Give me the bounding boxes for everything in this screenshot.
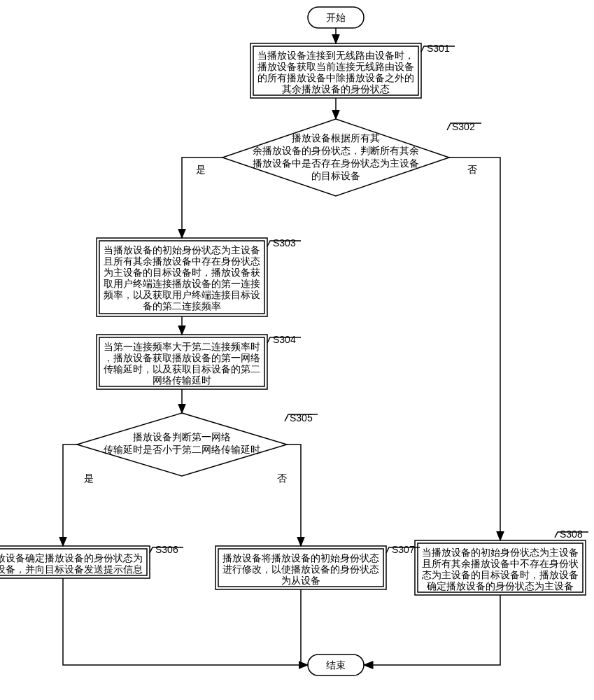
s303-line4: 取用户终端连接播放设备的第一连接 xyxy=(104,278,260,289)
terminal-start-label: 开始 xyxy=(326,12,346,23)
s303-line2: 且所有其余播放设备中存在身份状态 xyxy=(104,255,260,267)
process-s308: 当播放设备的初始身份状态为主设备 且所有其余播放设备中不存在身份状 态为主设备的… xyxy=(415,528,588,595)
s306-line2: 主设备，并向目标设备发送提示信息 xyxy=(0,564,143,575)
s301-step-label: S301 xyxy=(427,43,450,54)
s306-line1: 播放设备确定播放设备的身份状态为 xyxy=(0,552,143,564)
s304-line2: ，播放设备获取播放设备的第一网络 xyxy=(104,352,260,363)
s303-line1: 当播放设备的初始身份状态为主设备 xyxy=(104,244,260,255)
s307-line3: 为从设备 xyxy=(281,575,320,586)
edge-s308-end xyxy=(364,595,500,665)
s301-line2: 播放设备获取当前连接无线路由设备 xyxy=(257,61,414,72)
edge-s302-yes-label: 是 xyxy=(196,164,206,175)
edge-s305-no-label: 否 xyxy=(277,472,287,484)
flowchart-canvas: 开始 当播放设备连接到无线路由设备时， 播放设备获取当前连接无线路由设备 的所有… xyxy=(0,0,594,700)
s308-line3: 态为主设备的目标设备时，播放设备 xyxy=(421,569,579,580)
s304-line3: 传输延时，以及获取目标设备的第二 xyxy=(104,363,260,374)
edge-s305-no xyxy=(287,444,301,546)
s304-step-label: S304 xyxy=(273,334,296,345)
s308-line1: 当播放设备的初始身份状态为主设备 xyxy=(422,547,579,558)
process-s301: 当播放设备连接到无线路由设备时， 播放设备获取当前连接无线路由设备 的所有播放设… xyxy=(250,43,455,98)
s303-line3: 为主设备的目标设备时，播放设备获 xyxy=(104,267,260,278)
s307-line2: 进行修改，以使播放设备的身份状态 xyxy=(222,564,379,575)
s302-line1: 播放设备根据所有其 xyxy=(292,132,380,144)
s308-step-label: S308 xyxy=(560,528,583,540)
edge-s302-no xyxy=(449,158,500,540)
process-s307: 播放设备将播放设备的初始身份状态 进行修改，以使播放设备的身份状态 为从设备 S… xyxy=(215,544,420,589)
s301-line1: 当播放设备连接到无线路由设备时， xyxy=(257,50,414,61)
terminal-end: 结束 xyxy=(308,654,364,676)
s308-line2: 且所有其余播放设备中不存在身份状 xyxy=(422,558,579,569)
s307-line1: 播放设备将播放设备的初始身份状态 xyxy=(222,552,379,564)
edge-s306-end xyxy=(63,578,308,665)
process-s306: 播放设备确定播放设备的身份状态为 主设备，并向目标设备发送提示信息 S306 xyxy=(0,544,183,578)
s305-line1: 播放设备判断第一网络 xyxy=(133,431,231,442)
process-s304: 当第一连接频率大于第二连接频率时 ，播放设备获取播放设备的第一网络 传输延时，以… xyxy=(97,334,301,389)
edge-s302-no-label: 否 xyxy=(467,164,477,175)
s305-line2: 传输延时是否小于第二网络传输延时 xyxy=(104,444,260,455)
s302-line2: 余播放设备的身份状态，判断所有其余 xyxy=(253,145,419,156)
s303-step-label: S303 xyxy=(273,237,296,248)
terminal-end-label: 结束 xyxy=(326,659,346,671)
edge-s305-yes xyxy=(63,444,77,546)
s304-line1: 当第一连接频率大于第二连接频率时 xyxy=(104,341,260,352)
decision-s302: 播放设备根据所有其 余播放设备的身份状态，判断所有其余 播放设备中是否存在身份状… xyxy=(222,119,481,196)
s302-line3: 播放设备中是否存在身份状态为主设备 xyxy=(253,158,419,169)
s302-line4: 的目标设备 xyxy=(311,170,360,181)
s301-line4: 其余播放设备的身份状态 xyxy=(282,83,390,94)
s301-line3: 的所有播放设备中除播放设备之外的 xyxy=(257,72,414,83)
terminal-start: 开始 xyxy=(308,7,364,28)
s303-line6: 备的第二连接频率 xyxy=(143,300,221,312)
edge-s305-yes-label: 是 xyxy=(84,472,94,484)
s304-line4: 网络传输延时 xyxy=(153,374,211,386)
s307-step-label: S307 xyxy=(392,544,415,555)
s306-step-label: S306 xyxy=(155,544,178,555)
decision-s305: 播放设备判断第一网络 传输延时是否小于第二网络传输延时 S305 xyxy=(77,412,318,476)
s308-line4: 确定播放设备的身份状态为主设备 xyxy=(426,580,574,592)
process-s303: 当播放设备的初始身份状态为主设备 且所有其余播放设备中存在身份状态 为主设备的目… xyxy=(97,237,301,316)
s303-line5: 频率，以及获取用户终端连接目标设 xyxy=(104,289,260,300)
